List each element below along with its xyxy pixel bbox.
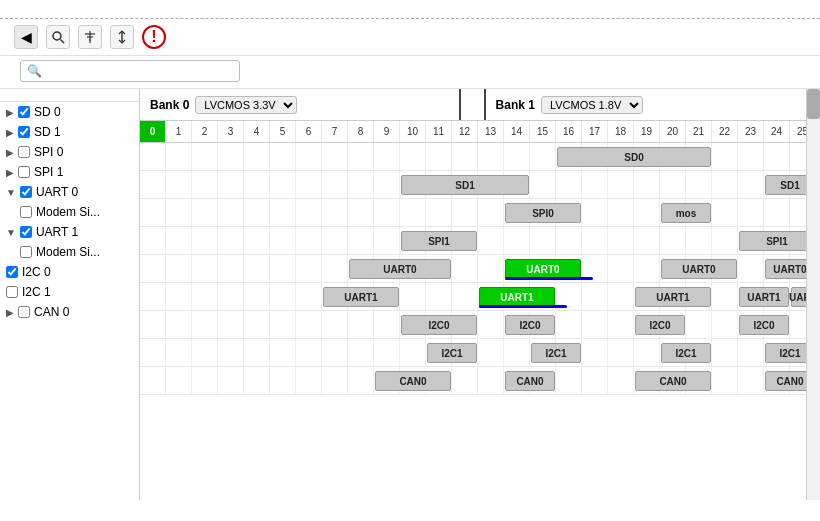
grid-cell-r0-c1 bbox=[166, 143, 192, 170]
grid-cell-r1-c0 bbox=[140, 171, 166, 198]
pin-number-14: 14 bbox=[504, 121, 530, 142]
sidebar-item-i2c0[interactable]: I2C 0 bbox=[0, 262, 139, 282]
sidebar-item-modem1[interactable]: Modem Si... bbox=[0, 242, 139, 262]
grid-cell-r0-c24 bbox=[764, 143, 790, 170]
sidebar-item-sd0[interactable]: ▶ SD 0 bbox=[0, 102, 139, 122]
grid-cell-r3-c5 bbox=[270, 227, 296, 254]
peri-block-can0-row-2[interactable]: CAN0 bbox=[635, 371, 711, 391]
grid-cell-r0-c14 bbox=[504, 143, 530, 170]
peri-block-uart1-row-0[interactable]: UART1 bbox=[323, 287, 399, 307]
bank-header: Bank 0 LVCMOS 3.3V LVCMOS 1.8V Bank 1 LV… bbox=[140, 89, 806, 121]
pin-number-24: 24 bbox=[764, 121, 790, 142]
expand-arrow-uart0[interactable]: ▼ bbox=[6, 187, 16, 198]
grid-cell-r7-c19 bbox=[634, 339, 660, 366]
peri-block-uart0-row-3[interactable]: UART0 bbox=[765, 259, 806, 279]
sidebar-item-modem0[interactable]: Modem Si... bbox=[0, 202, 139, 222]
checkbox-i2c0[interactable] bbox=[6, 266, 18, 278]
peri-block-can0-row-1[interactable]: CAN0 bbox=[505, 371, 555, 391]
expand-arrow-spi0[interactable]: ▶ bbox=[6, 147, 14, 158]
search-input[interactable] bbox=[20, 60, 240, 82]
grid-cell-r8-c22 bbox=[712, 367, 738, 394]
grid-cell-r2-c22 bbox=[712, 199, 738, 226]
grid-cell-r4-c1 bbox=[166, 255, 192, 282]
peri-block-spi1-row-0[interactable]: SPI1 bbox=[401, 231, 477, 251]
peri-block-can0-row-3[interactable]: CAN0 bbox=[765, 371, 806, 391]
sidebar-item-spi1[interactable]: ▶ SPI 1 bbox=[0, 162, 139, 182]
sidebar-item-uart1[interactable]: ▼ UART 1 bbox=[0, 222, 139, 242]
peri-block-i2c1-row-3[interactable]: I2C1 bbox=[765, 343, 806, 363]
peri-block-uart0-row-0[interactable]: UART0 bbox=[349, 259, 451, 279]
bank0-voltage-select[interactable]: LVCMOS 3.3V LVCMOS 1.8V bbox=[195, 96, 297, 114]
search-icon bbox=[51, 30, 65, 44]
peri-block-uart1-row-2[interactable]: UART1 bbox=[635, 287, 711, 307]
sidebar-item-spi0[interactable]: ▶ SPI 0 bbox=[0, 142, 139, 162]
filter2-button[interactable] bbox=[110, 25, 134, 49]
checkbox-uart0[interactable] bbox=[20, 186, 32, 198]
back-button[interactable]: ◀ bbox=[14, 25, 38, 49]
checkbox-sd0[interactable] bbox=[18, 106, 30, 118]
grid-row-sd1-row: SD1SD1 bbox=[140, 171, 806, 199]
pin-number-18: 18 bbox=[608, 121, 634, 142]
peri-block-spi0-row-0[interactable]: SPI0 bbox=[505, 203, 581, 223]
checkbox-spi1[interactable] bbox=[18, 166, 30, 178]
checkbox-uart1[interactable] bbox=[20, 226, 32, 238]
sidebar-item-can0[interactable]: ▶ CAN 0 bbox=[0, 302, 139, 322]
grid-cell-r2-c4 bbox=[244, 199, 270, 226]
grid-cell-r1-c2 bbox=[192, 171, 218, 198]
checkbox-can0[interactable] bbox=[18, 306, 30, 318]
peri-block-can0-row-0[interactable]: CAN0 bbox=[375, 371, 451, 391]
pin-number-15: 15 bbox=[530, 121, 556, 142]
peri-block-uart1-row-4[interactable]: UART bbox=[791, 287, 806, 307]
checkbox-modem0[interactable] bbox=[20, 206, 32, 218]
expand-arrow-sd0[interactable]: ▶ bbox=[6, 107, 14, 118]
peri-block-spi0-row-1[interactable]: mos bbox=[661, 203, 711, 223]
peri-block-uart0-row-2[interactable]: UART0 bbox=[661, 259, 737, 279]
peri-block-i2c0-row-3[interactable]: I2C0 bbox=[739, 315, 789, 335]
sidebar-item-i2c1[interactable]: I2C 1 bbox=[0, 282, 139, 302]
peri-block-spi1-row-1[interactable]: SPI1 bbox=[739, 231, 806, 251]
scroll-thumb[interactable] bbox=[807, 89, 820, 119]
error-button[interactable]: ! bbox=[142, 25, 166, 49]
grid-cell-r2-c1 bbox=[166, 199, 192, 226]
filter1-button[interactable] bbox=[78, 25, 102, 49]
peri-block-sd1-row-1[interactable]: SD1 bbox=[765, 175, 806, 195]
bank1-voltage-select[interactable]: LVCMOS 1.8V LVCMOS 3.3V bbox=[541, 96, 643, 114]
expand-arrow-can0[interactable]: ▶ bbox=[6, 307, 14, 318]
sidebar-item-sd1[interactable]: ▶ SD 1 bbox=[0, 122, 139, 142]
checkbox-spi0[interactable] bbox=[18, 146, 30, 158]
checkbox-i2c1[interactable] bbox=[6, 286, 18, 298]
peri-block-i2c0-row-0[interactable]: I2C0 bbox=[401, 315, 477, 335]
grid-cell-r0-c13 bbox=[478, 143, 504, 170]
checkbox-sd1[interactable] bbox=[18, 126, 30, 138]
peri-block-i2c1-row-2[interactable]: I2C1 bbox=[661, 343, 711, 363]
pin-number-9: 9 bbox=[374, 121, 400, 142]
grid-cell-r2-c9 bbox=[374, 199, 400, 226]
grid-cell-r6-c8 bbox=[348, 311, 374, 338]
peri-block-uart1-row-1[interactable]: UART1 bbox=[479, 287, 555, 307]
peri-block-i2c0-row-1[interactable]: I2C0 bbox=[505, 315, 555, 335]
grid-cell-r3-c6 bbox=[296, 227, 322, 254]
grid-cell-r0-c12 bbox=[452, 143, 478, 170]
sidebar-item-uart0[interactable]: ▼ UART 0 bbox=[0, 182, 139, 202]
checkbox-modem1[interactable] bbox=[20, 246, 32, 258]
scrollbar[interactable] bbox=[806, 89, 820, 500]
grid-cell-r4-c5 bbox=[270, 255, 296, 282]
grid-cell-r0-c4 bbox=[244, 143, 270, 170]
peri-block-sd1-row-0[interactable]: SD1 bbox=[401, 175, 529, 195]
search-button[interactable] bbox=[46, 25, 70, 49]
peri-block-uart0-row-1[interactable]: UART0 bbox=[505, 259, 581, 279]
expand-arrow-spi1[interactable]: ▶ bbox=[6, 167, 14, 178]
expand-arrow-sd1[interactable]: ▶ bbox=[6, 127, 14, 138]
expand-arrow-uart1[interactable]: ▼ bbox=[6, 227, 16, 238]
label-i2c1: I2C 1 bbox=[22, 285, 51, 299]
grid-cell-r3-c19 bbox=[634, 227, 660, 254]
grid-cell-r3-c22 bbox=[712, 227, 738, 254]
peri-block-uart1-row-3[interactable]: UART1 bbox=[739, 287, 789, 307]
grid-cell-r6-c13 bbox=[478, 311, 504, 338]
peri-block-i2c1-row-1[interactable]: I2C1 bbox=[531, 343, 581, 363]
peri-block-sd0-row-0[interactable]: SD0 bbox=[557, 147, 711, 167]
grid-cell-r1-c1 bbox=[166, 171, 192, 198]
peri-block-i2c0-row-2[interactable]: I2C0 bbox=[635, 315, 685, 335]
peri-block-i2c1-row-0[interactable]: I2C1 bbox=[427, 343, 477, 363]
grid-cell-r0-c5 bbox=[270, 143, 296, 170]
